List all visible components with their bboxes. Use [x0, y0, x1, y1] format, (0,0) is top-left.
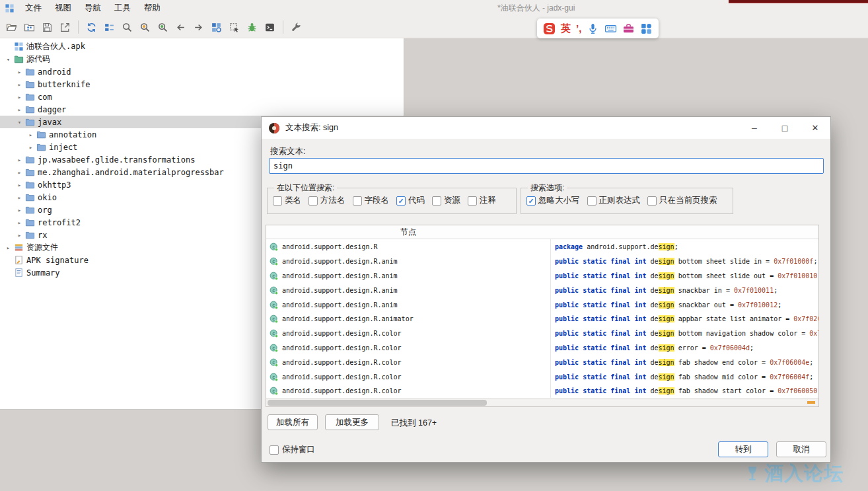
tree-item[interactable]: ▸android [0, 65, 404, 78]
result-row[interactable]: candroid.support.design.R.animpublic sta… [266, 297, 818, 312]
checkbox[interactable]: ✓ [396, 196, 406, 206]
result-row[interactable]: candroid.support.design.Rpackage android… [266, 240, 818, 254]
search-button[interactable] [119, 19, 135, 36]
back-button[interactable] [172, 19, 189, 36]
result-row[interactable]: candroid.support.design.R.animpublic sta… [266, 254, 818, 269]
menu-item-1[interactable]: 文件 [18, 0, 48, 17]
horizontal-scrollbar[interactable] [266, 398, 818, 406]
chevron-right-icon[interactable]: ▸ [15, 94, 24, 100]
checkbox-option[interactable]: ✓代码 [396, 195, 425, 206]
class-search-button[interactable] [155, 19, 171, 36]
chevron-right-icon[interactable]: ▸ [15, 232, 24, 239]
menu-item-3[interactable]: 导航 [78, 0, 108, 17]
ime-lang-indicator[interactable]: 英 [561, 19, 571, 38]
result-row[interactable]: candroid.support.design.R.animatorpublic… [266, 312, 818, 326]
checkbox[interactable] [273, 196, 282, 206]
cancel-button[interactable]: 取消 [776, 441, 826, 457]
tree-item[interactable]: ▸butterknife [0, 78, 404, 91]
result-row[interactable]: candroid.support.design.R.animpublic sta… [266, 283, 818, 297]
search-input[interactable] [269, 158, 824, 174]
result-node: candroid.support.design.R.anim [266, 257, 550, 266]
close-icon[interactable] [800, 117, 830, 139]
ime-grid-icon[interactable] [640, 22, 653, 35]
reload-button[interactable] [83, 19, 100, 36]
tree-item[interactable]: ▾源代码 [0, 53, 404, 65]
chevron-right-icon[interactable]: ▸ [15, 81, 24, 88]
window-controls [739, 117, 830, 139]
keep-window-option[interactable]: 保持窗口 [270, 444, 315, 455]
code-text: _bottom_sheet_slide_in = [674, 258, 774, 265]
checkbox[interactable] [308, 196, 318, 206]
tree-item[interactable]: ▸com [0, 91, 404, 103]
minimize-icon[interactable] [739, 117, 770, 139]
scrollbar-thumb[interactable] [268, 400, 487, 406]
checkbox-option[interactable]: 类名 [273, 195, 301, 206]
ime-keyboard-icon[interactable] [604, 22, 617, 35]
result-row[interactable]: candroid.support.design.R.colorpublic st… [266, 355, 818, 369]
result-row[interactable]: candroid.support.design.R.animpublic sta… [266, 269, 818, 283]
chevron-right-icon[interactable]: ▸ [15, 69, 24, 75]
forward-button[interactable] [190, 19, 207, 36]
save-button[interactable] [39, 19, 55, 36]
load-more-button[interactable]: 加载更多 [325, 414, 379, 430]
result-node-label: android.support.design.R.color [282, 344, 402, 352]
chevron-right-icon[interactable]: ▸ [15, 194, 24, 201]
chevron-down-icon[interactable]: ▾ [15, 119, 24, 126]
deobfuscation-button[interactable] [288, 19, 305, 36]
tree-item[interactable]: ▸dagger [0, 103, 404, 116]
chevron-right-icon[interactable]: ▸ [15, 182, 24, 188]
code-text: 0x7f01000f [774, 258, 813, 265]
text-search-button[interactable] [137, 19, 153, 36]
menu-item-2[interactable]: 视图 [48, 0, 78, 17]
chevron-right-icon[interactable]: ▸ [15, 106, 24, 113]
chevron-down-icon[interactable]: ▾ [3, 56, 13, 63]
result-row[interactable]: candroid.support.design.R.colorpublic st… [266, 384, 818, 398]
chevron-right-icon[interactable]: ▸ [15, 207, 24, 213]
checkbox-option[interactable]: 字段名 [353, 195, 390, 206]
load-all-button[interactable]: 加载所有 [268, 414, 318, 430]
select-button[interactable] [226, 19, 242, 36]
preferences-button[interactable] [208, 19, 225, 36]
chevron-right-icon[interactable]: ▸ [15, 157, 24, 163]
ime-punct-indicator[interactable]: ’, [576, 19, 581, 38]
debug-button[interactable] [244, 19, 260, 36]
maximize-icon[interactable] [770, 117, 800, 139]
checkbox[interactable] [353, 196, 362, 206]
checkbox[interactable] [468, 196, 477, 206]
add-files-button[interactable] [21, 19, 38, 36]
goto-button[interactable]: 转到 [718, 441, 768, 457]
checkbox-option[interactable]: ✓忽略大小写 [526, 195, 580, 206]
checkbox[interactable] [647, 196, 657, 206]
chevron-right-icon[interactable]: ▸ [15, 169, 24, 176]
checkbox[interactable] [587, 196, 597, 206]
ime-voice-icon[interactable] [587, 22, 599, 35]
keep-window-checkbox[interactable] [270, 445, 279, 455]
chevron-right-icon[interactable]: ▸ [15, 219, 24, 226]
result-row[interactable]: candroid.support.design.R.colorpublic st… [266, 369, 818, 384]
menu-item-5[interactable]: 帮助 [137, 0, 167, 17]
result-row[interactable]: candroid.support.design.R.colorpublic st… [266, 326, 818, 341]
scroll-marker [807, 401, 815, 404]
menu-item-4[interactable]: 工具 [108, 0, 137, 17]
checkbox-option[interactable]: 注释 [468, 195, 496, 206]
checkbox[interactable]: ✓ [526, 196, 536, 206]
checkbox-option[interactable]: 正则表达式 [587, 195, 641, 206]
tree-item[interactable]: 油联合伙人.apk [0, 40, 404, 53]
checkbox[interactable] [432, 196, 441, 206]
checkbox-option[interactable]: 资源 [432, 195, 460, 206]
open-file-button[interactable] [3, 19, 20, 36]
svg-text:c: c [272, 244, 275, 250]
export-button[interactable] [57, 19, 73, 36]
chevron-right-icon[interactable]: ▸ [26, 144, 36, 151]
log-viewer-button[interactable] [262, 19, 278, 36]
chevron-right-icon[interactable]: ▸ [26, 132, 36, 138]
result-node-label: android.support.design.R.color [282, 387, 402, 395]
flatten-packages-button[interactable] [101, 19, 118, 36]
chevron-right-icon[interactable]: ▸ [3, 245, 13, 251]
ime-toolbox-icon[interactable] [622, 22, 635, 35]
sogou-logo-icon[interactable] [543, 22, 556, 35]
checkbox-option[interactable]: 只在当前页搜索 [647, 195, 717, 206]
result-row[interactable]: candroid.support.design.R.colorpublic st… [266, 341, 818, 356]
folder-icon [24, 67, 35, 77]
checkbox-option[interactable]: 方法名 [308, 195, 345, 206]
